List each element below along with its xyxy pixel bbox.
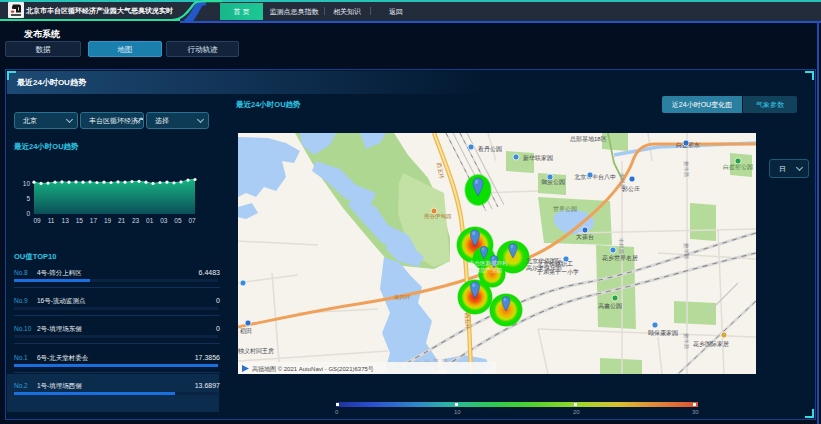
svg-text:看丹公园: 看丹公园 bbox=[477, 145, 502, 153]
svg-text:10: 10 bbox=[23, 180, 31, 187]
svg-text:总部基地18区: 总部基地18区 bbox=[569, 135, 607, 143]
svg-text:燕谷伊甸园: 燕谷伊甸园 bbox=[424, 213, 452, 220]
svg-text:世界公园: 世界公园 bbox=[553, 206, 577, 213]
svg-text:樊羊路: 樊羊路 bbox=[683, 243, 690, 260]
svg-text:丰科路: 丰科路 bbox=[618, 238, 625, 255]
svg-text:北京市丰台八中: 北京市丰台八中 bbox=[574, 173, 616, 181]
svg-text:花乡国际家居: 花乡国际家居 bbox=[693, 340, 729, 348]
svg-text:用示范产业园: 用示范产业园 bbox=[469, 267, 502, 274]
svg-text:11: 11 bbox=[48, 217, 55, 224]
svg-text:高鑫公园: 高鑫公园 bbox=[598, 302, 622, 310]
svg-text:21: 21 bbox=[118, 217, 126, 224]
svg-text:23: 23 bbox=[132, 217, 140, 224]
svg-text:大葆台: 大葆台 bbox=[576, 233, 594, 241]
svg-text:高德地图 © 2021 AutoNavi - GS(2021: 高德地图 © 2021 AutoNavi - GS(2021)6375号 bbox=[252, 365, 374, 373]
svg-text:丰科路: 丰科路 bbox=[619, 173, 626, 190]
svg-text:颐保康家园: 颐保康家园 bbox=[648, 329, 678, 337]
svg-text:子弟第十一小学: 子弟第十一小学 bbox=[536, 268, 579, 276]
svg-text:13: 13 bbox=[62, 217, 70, 224]
svg-text:独义村回王房: 独义村回王房 bbox=[238, 347, 274, 355]
svg-text:01: 01 bbox=[146, 217, 154, 224]
svg-text:樊羊路: 樊羊路 bbox=[683, 333, 690, 350]
svg-text:05: 05 bbox=[174, 217, 182, 224]
svg-text:御景公园: 御景公园 bbox=[541, 179, 565, 186]
svg-text:07: 07 bbox=[188, 217, 196, 224]
svg-text:稻田: 稻田 bbox=[240, 328, 252, 335]
svg-text:09: 09 bbox=[33, 217, 41, 224]
svg-text:19: 19 bbox=[104, 217, 112, 224]
svg-text:5: 5 bbox=[26, 195, 30, 202]
svg-text:0: 0 bbox=[26, 210, 30, 217]
svg-text:新华联家园: 新华联家园 bbox=[523, 154, 553, 162]
svg-text:樊羊路: 樊羊路 bbox=[683, 161, 690, 178]
svg-text:南四环: 南四环 bbox=[394, 294, 411, 301]
svg-text:丰台区新循环利: 丰台区新循环利 bbox=[469, 260, 508, 267]
svg-text:15: 15 bbox=[76, 217, 84, 224]
svg-text:17: 17 bbox=[90, 217, 98, 224]
svg-text:花乡世界名居: 花乡世界名居 bbox=[602, 255, 638, 262]
svg-text:03: 03 bbox=[160, 217, 168, 224]
